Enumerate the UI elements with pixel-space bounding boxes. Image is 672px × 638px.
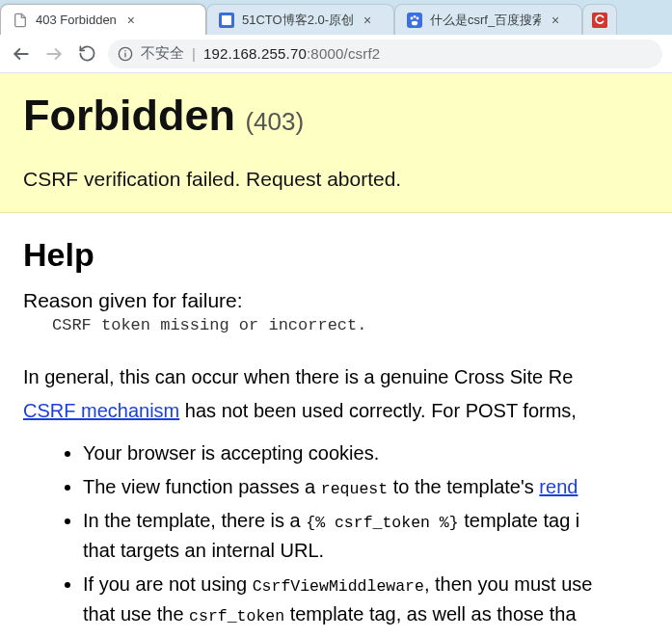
code-middleware: CsrfViewMiddleware [253,577,424,596]
svg-point-5 [414,14,417,17]
text-fragment: template tag i [459,510,580,531]
svg-rect-2 [407,13,422,28]
tab-4[interactable] [582,4,617,35]
tab-title: 什么是csrf_百度搜索 [430,12,541,29]
svg-rect-1 [222,15,231,25]
svg-point-3 [411,16,414,19]
site-info-icon[interactable] [118,46,133,62]
tab-1[interactable]: 403 Forbidden × [0,4,206,35]
text-fragment: has not been used correctly. For POST fo… [179,400,577,421]
url-path: /csrf2 [344,45,381,62]
address-separator: | [192,45,196,62]
text-fragment: In general, this can occur when there is… [23,366,573,387]
site-favicon-baidu [407,13,422,28]
tab-title: 51CTO博客2.0-原创 [242,12,353,29]
text-fragment: template tag, as well as those tha [284,603,576,625]
code-request: request [321,480,388,498]
tab-title: 403 Forbidden [36,13,117,27]
list-item: In the template, there is a {% csrf_toke… [83,506,649,566]
text-fragment: that use the [83,603,189,625]
help-list: Your browser is accepting cookies. The v… [83,439,649,629]
tab-3[interactable]: 什么是csrf_百度搜索 × [394,4,582,35]
close-icon[interactable]: × [361,12,374,29]
reason-label: Reason given for failure: [23,289,649,312]
text-fragment: The view function passes a [83,476,321,497]
back-button[interactable] [10,42,33,66]
error-heading: Forbidden [23,91,235,140]
render-link[interactable]: rend [539,476,578,497]
text-fragment: Your browser is accepting cookies. [83,442,379,464]
address-bar[interactable]: 不安全 | 192.168.255.70:8000/csrf2 [108,40,662,68]
url-port: :8000 [307,45,344,62]
url-text: 192.168.255.70:8000/csrf2 [203,45,381,62]
text-fragment: If you are not using [83,573,253,595]
security-status-label: 不安全 [141,44,184,63]
page-content: Forbidden (403) CSRF verification failed… [0,73,672,638]
file-icon [13,13,28,28]
reason-text: CSRF token missing or incorrect. [52,316,649,334]
site-favicon-51cto [219,13,234,28]
code-csrftoken: csrf_token [189,607,284,625]
site-favicon-red [592,13,607,28]
close-icon[interactable]: × [124,12,138,29]
help-section: Help Reason given for failure: CSRF toke… [0,213,672,638]
tab-strip: 403 Forbidden × 51CTO博客2.0-原创 × 什么是csrf_… [0,0,672,35]
list-item: The view function passes a request to th… [83,472,649,502]
error-code: (403) [245,107,304,136]
csrf-mechanism-link[interactable]: CSRF mechanism [23,400,179,421]
text-fragment: to the template's [388,476,539,497]
browser-titlebar: 403 Forbidden × 51CTO博客2.0-原创 × 什么是csrf_… [0,0,672,35]
url-host: 192.168.255.70 [203,45,307,62]
code-csrftoken-tag: {% csrf_token %} [306,514,458,532]
text-fragment: , then you must use [424,573,593,595]
svg-point-4 [417,16,419,19]
error-banner: Forbidden (403) CSRF verification failed… [0,73,672,213]
explanation-paragraph-2: CSRF mechanism has not been used correct… [23,397,649,425]
help-heading: Help [23,236,649,274]
list-item: If you are not using CsrfViewMiddleware,… [83,570,649,629]
explanation-paragraph: In general, this can occur when there is… [23,363,649,391]
svg-point-12 [124,49,125,50]
error-summary: CSRF verification failed. Request aborte… [23,168,649,191]
list-item: Your browser is accepting cookies. [83,439,649,468]
close-icon[interactable]: × [549,12,562,29]
forward-button[interactable] [42,42,66,66]
text-fragment: In the template, there is a [83,510,306,531]
svg-point-6 [412,20,417,25]
tab-2[interactable]: 51CTO博客2.0-原创 × [206,4,394,35]
text-fragment: that targets an internal URL. [83,540,324,561]
reload-button[interactable] [75,42,98,66]
browser-toolbar: 不安全 | 192.168.255.70:8000/csrf2 [0,35,672,73]
